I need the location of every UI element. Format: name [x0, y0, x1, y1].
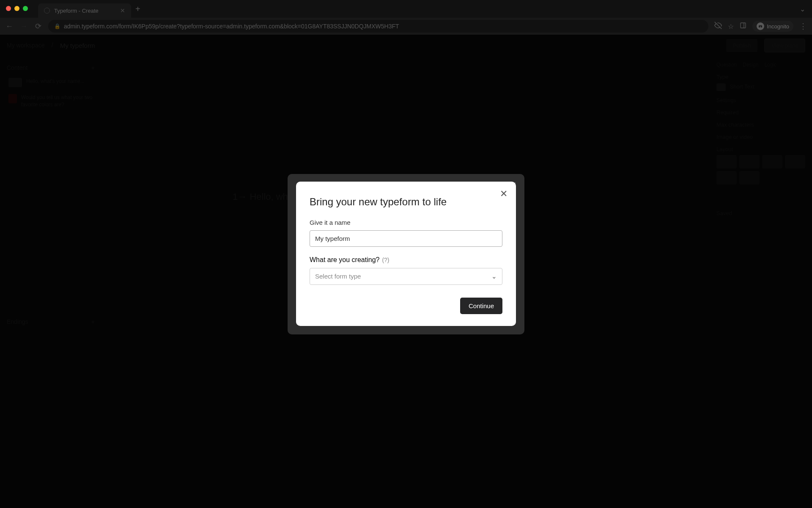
name-label: Give it a name: [310, 219, 502, 226]
modal-footer: Continue: [310, 298, 502, 314]
creating-label-row: What are you creating? (?): [310, 256, 502, 264]
modal-close-icon[interactable]: ✕: [500, 189, 508, 199]
outer-modal: ✕ ✕ Bring your new typeform to life Give…: [288, 174, 524, 334]
window-controls: [6, 6, 28, 11]
continue-button[interactable]: Continue: [460, 298, 502, 314]
select-placeholder: Select form type: [315, 273, 361, 280]
modal-title: Bring your new typeform to life: [310, 196, 502, 208]
modal: ✕ Bring your new typeform to life Give i…: [296, 182, 516, 326]
modal-backdrop[interactable]: ✕ ✕ Bring your new typeform to life Give…: [0, 0, 812, 508]
window-maximize-button[interactable]: [23, 6, 28, 11]
form-type-select[interactable]: Select form type ⌄: [310, 268, 502, 285]
help-icon[interactable]: (?): [382, 257, 389, 263]
name-input[interactable]: [310, 230, 502, 247]
window-close-button[interactable]: [6, 6, 11, 11]
creating-label: What are you creating?: [310, 256, 379, 264]
chevron-down-icon: ⌄: [491, 273, 497, 280]
window-minimize-button[interactable]: [14, 6, 19, 11]
